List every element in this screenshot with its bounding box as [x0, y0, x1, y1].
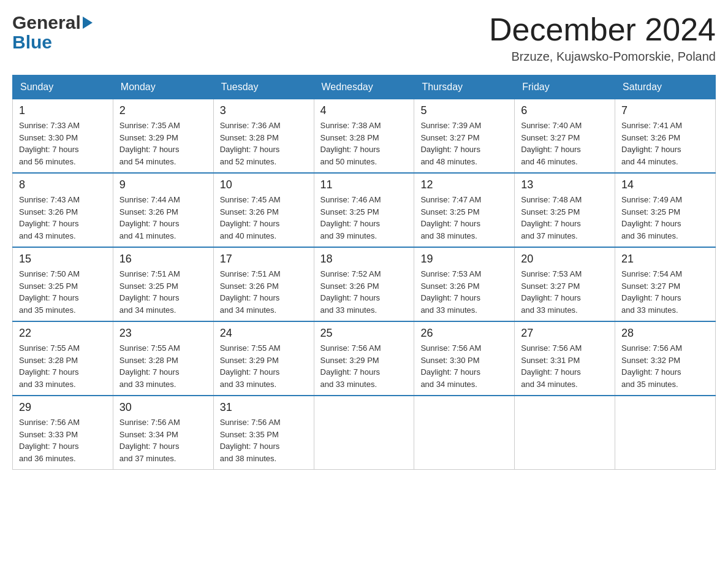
calendar-day-cell: 26Sunrise: 7:56 AMSunset: 3:30 PMDayligh… [414, 321, 515, 396]
day-info: Sunrise: 7:53 AMSunset: 3:27 PMDaylight:… [521, 268, 609, 316]
day-info: Sunrise: 7:47 AMSunset: 3:25 PMDaylight:… [420, 194, 508, 242]
day-info: Sunrise: 7:55 AMSunset: 3:29 PMDaylight:… [220, 342, 308, 390]
day-info: Sunrise: 7:55 AMSunset: 3:28 PMDaylight:… [119, 342, 207, 390]
calendar-week-row: 1Sunrise: 7:33 AMSunset: 3:30 PMDaylight… [13, 99, 716, 174]
day-number: 23 [119, 327, 207, 340]
calendar-day-cell: 25Sunrise: 7:56 AMSunset: 3:29 PMDayligh… [314, 321, 414, 396]
day-number: 20 [521, 253, 609, 266]
location: Brzuze, Kujawsko-Pomorskie, Poland [489, 50, 716, 64]
day-number: 16 [119, 253, 207, 266]
day-info: Sunrise: 7:56 AMSunset: 3:34 PMDaylight:… [119, 416, 207, 464]
month-title: December 2024 [489, 12, 716, 47]
calendar-day-cell: 11Sunrise: 7:46 AMSunset: 3:25 PMDayligh… [314, 173, 414, 247]
day-number: 7 [621, 104, 709, 117]
day-number: 2 [119, 104, 207, 117]
day-number: 15 [19, 253, 107, 266]
calendar-day-cell: 15Sunrise: 7:50 AMSunset: 3:25 PMDayligh… [13, 247, 113, 321]
weekday-header-friday: Friday [515, 75, 615, 99]
day-number: 29 [19, 401, 107, 414]
calendar-day-cell: 19Sunrise: 7:53 AMSunset: 3:26 PMDayligh… [414, 247, 515, 321]
weekday-header-wednesday: Wednesday [314, 75, 414, 99]
logo: General Blue [12, 12, 93, 53]
day-info: Sunrise: 7:41 AMSunset: 3:26 PMDaylight:… [621, 120, 709, 167]
day-number: 5 [420, 104, 508, 117]
day-info: Sunrise: 7:56 AMSunset: 3:29 PMDaylight:… [320, 342, 408, 390]
calendar-day-cell: 28Sunrise: 7:56 AMSunset: 3:32 PMDayligh… [615, 321, 716, 396]
day-info: Sunrise: 7:56 AMSunset: 3:30 PMDaylight:… [420, 342, 508, 390]
calendar-day-cell: 24Sunrise: 7:55 AMSunset: 3:29 PMDayligh… [213, 321, 314, 396]
logo-arrow-icon [83, 17, 93, 29]
calendar-day-cell: 13Sunrise: 7:48 AMSunset: 3:25 PMDayligh… [515, 173, 615, 247]
calendar-day-cell: 10Sunrise: 7:45 AMSunset: 3:26 PMDayligh… [213, 173, 314, 247]
day-number: 22 [19, 327, 107, 340]
calendar-day-cell: 8Sunrise: 7:43 AMSunset: 3:26 PMDaylight… [13, 173, 113, 247]
calendar-day-cell: 31Sunrise: 7:56 AMSunset: 3:35 PMDayligh… [213, 396, 314, 470]
day-info: Sunrise: 7:49 AMSunset: 3:25 PMDaylight:… [621, 194, 709, 242]
calendar-day-cell [414, 396, 515, 470]
day-info: Sunrise: 7:48 AMSunset: 3:25 PMDaylight:… [521, 194, 609, 242]
day-info: Sunrise: 7:33 AMSunset: 3:30 PMDaylight:… [19, 120, 107, 167]
calendar-day-cell [615, 396, 716, 470]
calendar-week-row: 22Sunrise: 7:55 AMSunset: 3:28 PMDayligh… [13, 321, 716, 396]
calendar-day-cell: 21Sunrise: 7:54 AMSunset: 3:27 PMDayligh… [615, 247, 716, 321]
calendar-day-cell: 5Sunrise: 7:39 AMSunset: 3:27 PMDaylight… [414, 99, 515, 174]
day-info: Sunrise: 7:54 AMSunset: 3:27 PMDaylight:… [621, 268, 709, 316]
weekday-header-tuesday: Tuesday [213, 75, 314, 99]
calendar-table: SundayMondayTuesdayWednesdayThursdayFrid… [12, 75, 716, 470]
day-number: 8 [19, 178, 107, 191]
day-info: Sunrise: 7:40 AMSunset: 3:27 PMDaylight:… [521, 120, 609, 167]
logo-blue-text: Blue [12, 32, 52, 53]
day-number: 11 [320, 178, 408, 191]
day-info: Sunrise: 7:53 AMSunset: 3:26 PMDaylight:… [420, 268, 508, 316]
calendar-day-cell: 16Sunrise: 7:51 AMSunset: 3:25 PMDayligh… [113, 247, 213, 321]
day-number: 26 [420, 327, 508, 340]
day-info: Sunrise: 7:56 AMSunset: 3:35 PMDaylight:… [220, 416, 308, 464]
calendar-day-cell: 29Sunrise: 7:56 AMSunset: 3:33 PMDayligh… [13, 396, 113, 470]
calendar-day-cell: 20Sunrise: 7:53 AMSunset: 3:27 PMDayligh… [515, 247, 615, 321]
day-number: 13 [521, 178, 609, 191]
calendar-day-cell [515, 396, 615, 470]
page-header: General Blue December 2024 Brzuze, Kujaw… [12, 12, 716, 64]
day-number: 31 [220, 401, 308, 414]
calendar-day-cell: 9Sunrise: 7:44 AMSunset: 3:26 PMDaylight… [113, 173, 213, 247]
day-number: 17 [220, 253, 308, 266]
day-number: 19 [420, 253, 508, 266]
day-number: 3 [220, 104, 308, 117]
day-number: 18 [320, 253, 408, 266]
weekday-header-saturday: Saturday [615, 75, 716, 99]
calendar-day-cell: 27Sunrise: 7:56 AMSunset: 3:31 PMDayligh… [515, 321, 615, 396]
day-number: 25 [320, 327, 408, 340]
calendar-day-cell: 30Sunrise: 7:56 AMSunset: 3:34 PMDayligh… [113, 396, 213, 470]
calendar-week-row: 8Sunrise: 7:43 AMSunset: 3:26 PMDaylight… [13, 173, 716, 247]
day-info: Sunrise: 7:56 AMSunset: 3:31 PMDaylight:… [521, 342, 609, 390]
calendar-week-row: 15Sunrise: 7:50 AMSunset: 3:25 PMDayligh… [13, 247, 716, 321]
day-info: Sunrise: 7:51 AMSunset: 3:25 PMDaylight:… [119, 268, 207, 316]
day-info: Sunrise: 7:44 AMSunset: 3:26 PMDaylight:… [119, 194, 207, 242]
calendar-day-cell: 17Sunrise: 7:51 AMSunset: 3:26 PMDayligh… [213, 247, 314, 321]
day-number: 24 [220, 327, 308, 340]
day-number: 28 [621, 327, 709, 340]
calendar-day-cell: 23Sunrise: 7:55 AMSunset: 3:28 PMDayligh… [113, 321, 213, 396]
day-info: Sunrise: 7:36 AMSunset: 3:28 PMDaylight:… [220, 120, 308, 167]
day-number: 14 [621, 178, 709, 191]
day-number: 27 [521, 327, 609, 340]
weekday-header-thursday: Thursday [414, 75, 515, 99]
day-info: Sunrise: 7:46 AMSunset: 3:25 PMDaylight:… [320, 194, 408, 242]
calendar-day-cell: 2Sunrise: 7:35 AMSunset: 3:29 PMDaylight… [113, 99, 213, 174]
calendar-day-cell: 18Sunrise: 7:52 AMSunset: 3:26 PMDayligh… [314, 247, 414, 321]
calendar-day-cell: 12Sunrise: 7:47 AMSunset: 3:25 PMDayligh… [414, 173, 515, 247]
weekday-header-row: SundayMondayTuesdayWednesdayThursdayFrid… [13, 75, 716, 99]
calendar-day-cell: 22Sunrise: 7:55 AMSunset: 3:28 PMDayligh… [13, 321, 113, 396]
day-number: 12 [420, 178, 508, 191]
day-number: 21 [621, 253, 709, 266]
day-number: 6 [521, 104, 609, 117]
day-info: Sunrise: 7:39 AMSunset: 3:27 PMDaylight:… [420, 120, 508, 167]
calendar-week-row: 29Sunrise: 7:56 AMSunset: 3:33 PMDayligh… [13, 396, 716, 470]
calendar-day-cell: 1Sunrise: 7:33 AMSunset: 3:30 PMDaylight… [13, 99, 113, 174]
calendar-day-cell: 7Sunrise: 7:41 AMSunset: 3:26 PMDaylight… [615, 99, 716, 174]
day-info: Sunrise: 7:55 AMSunset: 3:28 PMDaylight:… [19, 342, 107, 390]
day-info: Sunrise: 7:45 AMSunset: 3:26 PMDaylight:… [220, 194, 308, 242]
day-number: 1 [19, 104, 107, 117]
logo-general-text: General [12, 12, 81, 33]
title-area: December 2024 Brzuze, Kujawsko-Pomorskie… [489, 12, 716, 64]
